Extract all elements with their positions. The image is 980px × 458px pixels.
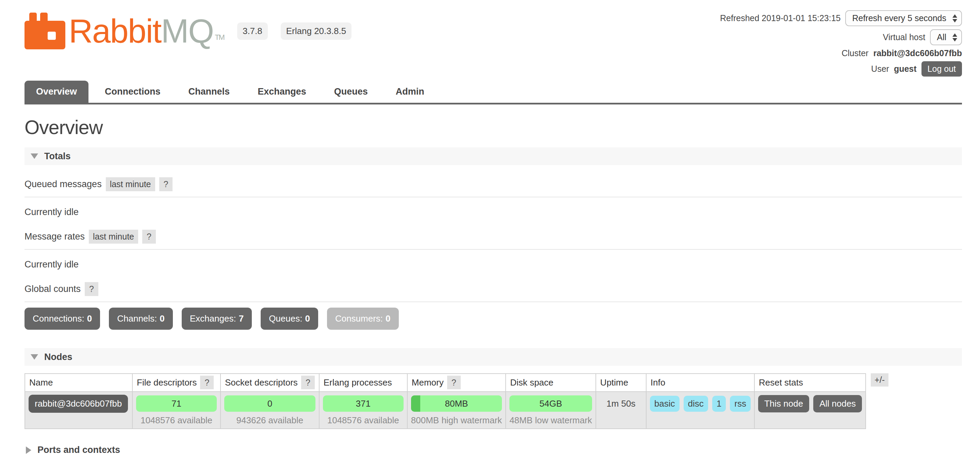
erlang-processes-available: 1048576 available [323, 415, 404, 426]
file-descriptors-cell: 71 1048576 available [132, 392, 221, 429]
rate-window-badge: last minute [89, 230, 138, 243]
totals-section-title: Totals [44, 151, 71, 162]
refresh-row: Refreshed 2019-01-01 15:23:15 Refresh ev… [720, 10, 962, 26]
triangle-down-icon [30, 354, 38, 359]
brand-area: RabbitMQTM 3.7.8 Erlang 20.3.8.5 [24, 9, 352, 53]
reset-this-node-button[interactable]: This node [758, 395, 809, 412]
ports-and-contexts-section[interactable]: Ports and contexts [24, 445, 962, 455]
rate-window-badge: last minute [106, 177, 155, 191]
user-row: User guest Log out [871, 61, 962, 76]
page-title: Overview [24, 116, 962, 138]
info-badge-disc: disc [684, 396, 708, 412]
memory-cell: 80MB 800MB high watermark [407, 392, 506, 429]
cluster-name: rabbit@3dc606b07fbb [873, 48, 962, 58]
col-disk-space: Disk space [506, 374, 596, 392]
help-icon[interactable]: ? [200, 376, 214, 389]
queued-messages-header: Queued messages last minute ? [24, 177, 962, 197]
virtual-host-row: Virtual host All [883, 29, 962, 45]
totals-section-header[interactable]: Totals [24, 147, 962, 165]
reset-all-nodes-button[interactable]: All nodes [813, 395, 862, 412]
queued-messages-status: Currently idle [24, 207, 962, 218]
brand-mq-text: MQ [161, 12, 213, 50]
col-info: Info [646, 374, 754, 392]
info-badge-basic: basic [650, 396, 679, 412]
tab-overview[interactable]: Overview [24, 81, 89, 103]
help-icon[interactable]: ? [159, 177, 173, 191]
status-area: Refreshed 2019-01-01 15:23:15 Refresh ev… [720, 9, 962, 76]
message-rates-label: Message rates [24, 231, 85, 242]
socket-descriptors-available: 943626 available [224, 415, 315, 426]
rabbit-icon [24, 13, 65, 49]
node-name-badge[interactable]: rabbit@3dc606b07fbb [29, 395, 128, 413]
node-name-cell: rabbit@3dc606b07fbb [25, 392, 132, 429]
rabbitmq-logo[interactable]: RabbitMQTM [24, 13, 224, 49]
memory-watermark: 800MB high watermark [411, 415, 502, 426]
refresh-interval-select[interactable]: Refresh every 5 seconds [845, 10, 962, 26]
info-badge-rss: rss [730, 396, 751, 412]
nodes-section-header[interactable]: Nodes [24, 348, 962, 366]
queued-messages-label: Queued messages [24, 179, 102, 189]
select-arrows-icon [953, 14, 957, 22]
col-uptime: Uptime [596, 374, 646, 392]
memory-used-bar [411, 395, 420, 412]
message-rates-header: Message rates last minute ? [24, 230, 962, 250]
tab-queues[interactable]: Queues [323, 81, 379, 103]
col-erlang-processes: Erlang processes [319, 374, 407, 392]
cluster-label: Cluster [842, 48, 869, 58]
brand-wordmark: RabbitMQTM [69, 14, 224, 48]
user-name: guest [894, 64, 917, 74]
col-name: Name [25, 374, 132, 392]
message-rates-status: Currently idle [24, 259, 962, 270]
global-counts-label: Global counts [24, 284, 81, 294]
nodes-table: Name File descriptors? Socket descriptor… [24, 373, 866, 429]
cluster-row: Cluster rabbit@3dc606b07fbb [842, 48, 962, 58]
tab-admin[interactable]: Admin [384, 81, 436, 103]
file-descriptors-available: 1048576 available [136, 415, 217, 426]
channels-count-chip: Channels:0 [109, 308, 173, 330]
main-tabs: Overview Connections Channels Exchanges … [24, 81, 962, 105]
disk-space-cell: 54GB 48MB low watermark [506, 392, 596, 429]
uptime-value: 1m 50s [606, 398, 635, 409]
brand-tm-mark: TM [215, 33, 224, 41]
nodes-table-area: Name File descriptors? Socket descriptor… [24, 373, 962, 429]
reset-stats-cell: This node All nodes [754, 392, 865, 429]
node-row: rabbit@3dc606b07fbb 71 1048576 available… [25, 392, 865, 429]
col-socket-descriptors: Socket descriptors? [221, 374, 319, 392]
virtual-host-label: Virtual host [883, 32, 926, 42]
disk-space-meter: 54GB [509, 395, 592, 412]
brand-rabbit-text: Rabbit [69, 12, 161, 50]
erlang-version-badge: Erlang 20.3.8.5 [281, 22, 352, 40]
triangle-down-icon [30, 153, 38, 159]
virtual-host-select[interactable]: All [930, 29, 962, 45]
nodes-header-row: Name File descriptors? Socket descriptor… [25, 374, 865, 392]
logout-button[interactable]: Log out [921, 61, 962, 76]
uptime-cell: 1m 50s [596, 392, 646, 429]
col-reset-stats: Reset stats [754, 374, 865, 392]
exchanges-count-chip: Exchanges:7 [182, 308, 252, 330]
tab-exchanges[interactable]: Exchanges [246, 81, 318, 103]
connections-count-chip: Connections:0 [24, 308, 100, 330]
column-toggle-button[interactable]: +/- [871, 373, 888, 386]
help-icon[interactable]: ? [142, 230, 156, 243]
socket-descriptors-cell: 0 943626 available [221, 392, 319, 429]
consumers-count-chip: Consumers:0 [327, 308, 399, 330]
col-file-descriptors: File descriptors? [132, 374, 221, 392]
nodes-section-title: Nodes [44, 352, 73, 363]
info-cell: basic disc 1 rss [646, 392, 754, 429]
version-badge: 3.7.8 [237, 22, 268, 40]
disk-watermark: 48MB low watermark [509, 415, 592, 426]
global-counts-row: Connections:0 Channels:0 Exchanges:7 Que… [24, 308, 962, 330]
tab-channels[interactable]: Channels [177, 81, 242, 103]
tab-connections[interactable]: Connections [93, 81, 172, 103]
help-icon[interactable]: ? [447, 376, 461, 389]
erlang-processes-meter: 371 [323, 395, 404, 412]
select-arrows-icon [953, 33, 957, 41]
top-bar: RabbitMQTM 3.7.8 Erlang 20.3.8.5 Refresh… [24, 0, 962, 76]
help-icon[interactable]: ? [85, 282, 98, 296]
col-memory: Memory? [407, 374, 506, 392]
erlang-processes-cell: 371 1048576 available [319, 392, 407, 429]
global-counts-header: Global counts ? [24, 282, 962, 302]
memory-meter: 80MB [411, 395, 502, 412]
user-label: User [871, 64, 889, 74]
help-icon[interactable]: ? [301, 376, 315, 389]
